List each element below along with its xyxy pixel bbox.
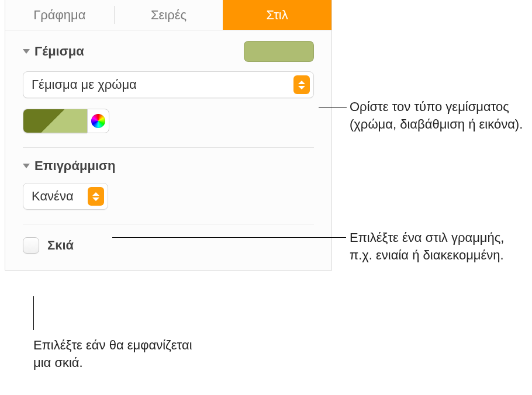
updown-stepper-icon bbox=[88, 187, 104, 206]
stroke-title-wrap[interactable]: Επιγράμμιση bbox=[23, 158, 314, 174]
fill-title: Γέμισμα bbox=[34, 44, 84, 59]
tab-chart[interactable]: Γράφημα bbox=[5, 0, 114, 30]
color-picker-button[interactable] bbox=[87, 109, 109, 133]
fill-type-select[interactable]: Γέμισμα με χρώμα bbox=[23, 71, 314, 98]
inspector-panel: Γράφημα Σειρές Στιλ Γέμισμα Γέμισμα με χ… bbox=[5, 0, 332, 271]
fill-title-wrap[interactable]: Γέμισμα bbox=[23, 44, 84, 59]
stroke-title: Επιγράμμιση bbox=[34, 158, 116, 174]
tab-bar: Γράφημα Σειρές Στιλ bbox=[5, 0, 331, 30]
shadow-section: Σκιά bbox=[5, 224, 331, 270]
callout-line bbox=[33, 296, 34, 330]
tab-label: Στιλ bbox=[267, 8, 288, 23]
select-value: Κανένα bbox=[32, 189, 88, 204]
stroke-section: Επιγράμμιση Κανένα bbox=[5, 148, 331, 224]
fill-header: Γέμισμα bbox=[23, 41, 314, 62]
fill-color-swatch[interactable] bbox=[244, 41, 314, 62]
tab-label: Σειρές bbox=[151, 8, 186, 23]
callout-line bbox=[319, 108, 347, 108]
tab-style[interactable]: Στιλ bbox=[223, 0, 331, 30]
callout-line bbox=[112, 237, 346, 238]
select-value: Γέμισμα με χρώμα bbox=[32, 77, 293, 92]
callout-shadow: Επιλέξτε εάν θα εμφανίζεται μια σκιά. bbox=[33, 337, 209, 371]
shadow-checkbox[interactable] bbox=[23, 237, 39, 254]
callout-fill: Ορίστε τον τύπο γεμίσματος (χρώμα, διαβά… bbox=[350, 98, 525, 133]
chevron-down-icon bbox=[23, 49, 30, 54]
tab-series[interactable]: Σειρές bbox=[115, 0, 223, 30]
fill-color-well[interactable] bbox=[23, 109, 87, 133]
tab-label: Γράφημα bbox=[33, 8, 85, 23]
stroke-style-select[interactable]: Κανένα bbox=[23, 183, 108, 210]
callout-stroke: Επιλέξτε ένα στιλ γραμμής, π.χ. ενιαία ή… bbox=[350, 229, 525, 264]
shadow-label: Σκιά bbox=[47, 238, 74, 253]
chevron-down-icon bbox=[23, 164, 30, 168]
updown-stepper-icon bbox=[293, 75, 310, 94]
fill-color-row bbox=[23, 109, 314, 133]
color-wheel-icon bbox=[91, 114, 105, 128]
fill-section: Γέμισμα Γέμισμα με χρώμα bbox=[5, 30, 331, 148]
